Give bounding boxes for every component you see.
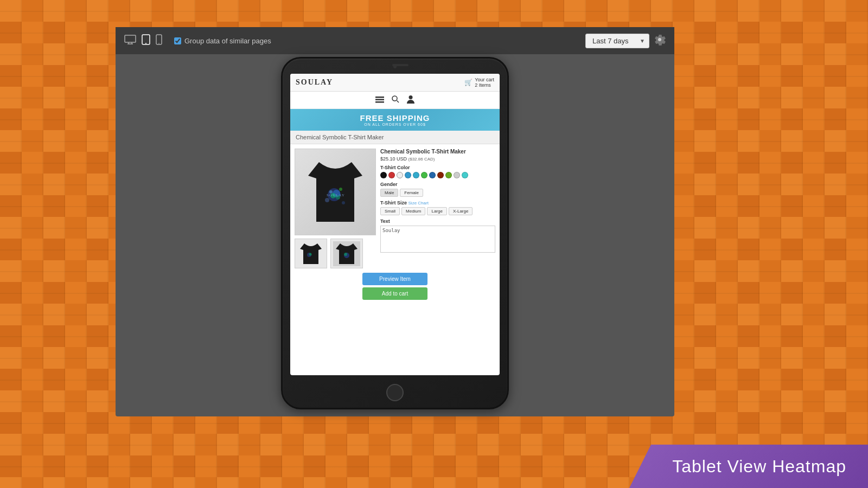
size-large-btn[interactable]: Large [427,207,446,215]
product-page-title: Chemical Symbolic T-Shirt Maker [290,131,500,144]
menu-icon[interactable] [375,96,384,105]
svg-point-20 [325,198,329,202]
preview-item-button[interactable]: Preview Item [362,273,427,285]
svg-point-25 [309,253,312,255]
site-cart[interactable]: 🛒 Your cart 2 Items [464,77,494,88]
svg-text:SOULAY: SOULAY [327,193,345,197]
date-range-select[interactable]: Last 7 days Last 30 days Last 90 days [585,34,649,48]
toolbar-right: Last 7 days Last 30 days Last 90 days [585,34,666,48]
toolbar: Group data of similar pages Last 7 days … [116,27,674,54]
product-image-section: SOULAY [295,149,376,268]
swatch-green1[interactable] [421,172,427,178]
swatch-teal[interactable] [462,172,468,178]
tablet-screen: SOULAY 🛒 Your cart 2 Items [290,74,500,375]
shipping-sub-text: ON ALL ORDERS OVER 60$ [296,123,494,126]
swatch-green2[interactable] [445,172,452,178]
swatch-darkblue[interactable] [429,172,436,178]
tablet-frame: SOULAY 🛒 Your cart 2 Items [281,57,509,409]
swatch-blue1[interactable] [405,172,411,178]
main-container: Group data of similar pages Last 7 days … [116,27,674,416]
svg-rect-0 [125,35,136,42]
cart-label: Your cart [475,77,494,82]
tablet-speaker [392,64,409,66]
size-small-btn[interactable]: Small [380,207,400,215]
date-range-wrapper[interactable]: Last 7 days Last 30 days Last 90 days [585,34,649,48]
svg-line-12 [397,101,399,103]
settings-icon[interactable] [654,34,666,48]
tablet-home-button[interactable] [386,384,404,401]
product-main-image: SOULAY [295,149,376,235]
search-icon[interactable] [392,95,399,105]
text-input[interactable]: Soulay [380,226,495,253]
product-thumbnails [295,239,376,268]
gender-buttons: Male Female [380,189,495,197]
swatch-darkred[interactable] [437,172,444,178]
bottom-label-banner: Tablet View Heatmap [629,445,868,488]
shipping-banner: FREE SHIPPING ON ALL ORDERS OVER 60$ [290,109,500,131]
gender-male-btn[interactable]: Male [380,189,398,197]
svg-point-13 [409,95,413,99]
svg-rect-9 [375,99,384,100]
svg-point-7 [158,43,159,44]
thumb-2-image [333,241,360,266]
swatch-white[interactable] [397,172,403,178]
product-details: Chemical Symbolic T-Shirt Maker $25.10 U… [380,149,495,268]
size-medium-btn[interactable]: Medium [401,207,425,215]
cart-icon: 🛒 [464,79,473,86]
site-logo: SOULAY [296,78,333,87]
thumb-1[interactable] [295,239,327,268]
price-cad: ($32.86 CAD) [409,157,435,162]
nav-icons [290,92,500,109]
product-price: $25.10 USD ($32.86 CAD) [380,156,495,162]
color-swatches [380,172,495,178]
swatch-gray[interactable] [454,172,460,178]
svg-point-5 [145,43,146,44]
svg-rect-10 [375,101,384,103]
size-label: T-Shirt Size Size Chart [380,200,495,206]
user-icon[interactable] [407,95,414,105]
cart-info: Your cart 2 Items [475,77,494,88]
site-header: SOULAY 🛒 Your cart 2 Items [290,74,500,92]
cart-count: 2 Items [475,82,494,88]
gender-label: Gender [380,182,495,187]
group-data-checkbox-label[interactable]: Group data of similar pages [174,37,271,45]
color-label: T-Shirt Color [380,165,495,170]
shipping-main-text: FREE SHIPPING [296,113,494,123]
action-buttons: Preview Item Add to cart [290,273,500,304]
tablet-icon[interactable] [142,34,150,48]
tshirt-image: SOULAY [303,157,368,227]
svg-rect-8 [375,97,384,98]
svg-point-21 [342,201,345,204]
size-chart-link[interactable]: Size Chart [409,201,429,206]
svg-point-11 [392,96,397,101]
mobile-icon[interactable] [156,34,162,48]
gender-female-btn[interactable]: Female [400,189,423,197]
bottom-label-text: Tablet View Heatmap [672,457,846,477]
swatch-red[interactable] [388,172,395,178]
group-data-checkbox[interactable] [174,37,181,44]
desktop-icon[interactable] [124,35,136,47]
size-xlarge-btn[interactable]: X-Large [449,207,473,215]
product-content: SOULAY [290,144,500,273]
thumb-2[interactable] [330,239,363,268]
product-name: Chemical Symbolic T-Shirt Maker [380,149,495,155]
group-data-label: Group data of similar pages [184,37,271,45]
add-to-cart-button[interactable]: Add to cart [362,287,427,300]
swatch-blue2[interactable] [413,172,419,178]
device-icons [124,34,162,48]
text-label: Text [380,219,495,224]
price-usd: $25.10 USD [380,156,407,162]
swatch-black[interactable] [380,172,387,178]
svg-point-19 [339,188,342,191]
thumb-1-image [297,241,324,266]
size-buttons: Small Medium Large X-Large [380,207,495,215]
svg-point-28 [344,253,347,256]
